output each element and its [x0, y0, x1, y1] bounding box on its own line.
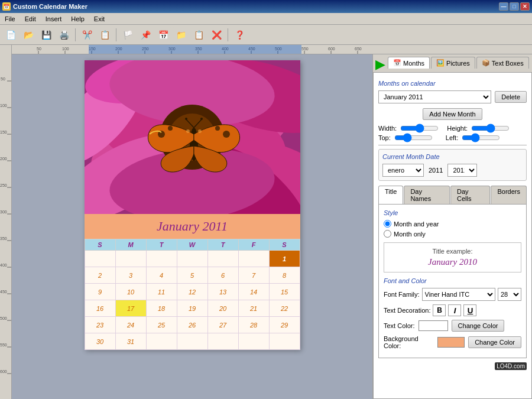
calendar-day: 3 [115, 267, 146, 284]
watermark: LO4D.com [378, 363, 527, 369]
calendar-day: 8 [269, 267, 300, 284]
maximize-button[interactable]: □ [510, 2, 519, 11]
right-panel: ▶ 📅 Months 🖼️ Pictures 📦 Text Boxes [372, 54, 532, 399]
cut-button[interactable]: ✂️ [79, 27, 95, 43]
height-label: Height: [447, 125, 468, 132]
current-month-date-section: Current Month Date enero 2011 2011 [378, 149, 527, 181]
width-row: Width: Height: [378, 125, 527, 132]
underline-button[interactable]: U [463, 304, 476, 316]
bold-button[interactable]: B [433, 304, 446, 316]
text-change-color-button[interactable]: Change Color [452, 320, 505, 332]
calendar-day: 27 [207, 317, 238, 333]
text-decoration-label: Text Decoration: [384, 307, 430, 314]
tab-months[interactable]: 📅 Months [388, 57, 430, 69]
paste-button[interactable]: 📋 [96, 27, 113, 43]
sub-tab-content: Style Month and year Month only Title ex… [378, 204, 527, 358]
calendar-day [238, 251, 269, 267]
title-bar-left: 📅 Custom Calendar Maker [2, 2, 87, 11]
title-bar-buttons[interactable]: — □ ✕ [499, 2, 530, 11]
menu-edit[interactable]: Edit [22, 13, 38, 24]
calendar-day: 18 [146, 300, 177, 317]
copy-button[interactable]: 📋 [190, 27, 207, 43]
calendar-day: 17 [115, 300, 146, 317]
sub-tabs: Title Day Names Day Cells Borders [378, 186, 527, 204]
text-color-swatch [419, 320, 448, 331]
height-slider[interactable] [471, 125, 510, 132]
calendar-day [177, 251, 207, 267]
sub-tab-title[interactable]: Title [378, 186, 403, 204]
pin-button[interactable]: 📌 [137, 27, 154, 43]
ruler-highlight [89, 45, 301, 54]
svg-text:50: 50 [37, 47, 41, 51]
calendar-day: 5 [177, 267, 207, 284]
svg-point-68 [185, 118, 187, 120]
title-example-label: Title example: [389, 248, 516, 255]
svg-text:450: 450 [0, 290, 7, 294]
svg-text:300: 300 [0, 210, 7, 214]
radio-month-only[interactable] [384, 230, 391, 238]
svg-point-72 [223, 131, 230, 138]
tab-pictures[interactable]: 🖼️ Pictures [431, 57, 475, 69]
add-month-row: Add New Month [378, 108, 527, 120]
calendar-day: 10 [115, 284, 146, 300]
bg-color-label: Background Color: [384, 335, 434, 349]
print-button[interactable]: 🖨️ [56, 27, 72, 43]
new-button[interactable]: 📄 [2, 27, 19, 43]
calendar-day [207, 251, 238, 267]
sub-tab-borders[interactable]: Borders [491, 186, 527, 204]
sub-tab-day-cells[interactable]: Day Cells [450, 186, 491, 204]
bg-change-color-button[interactable]: Change Color [468, 336, 521, 348]
calendar-title-row: January 2011 [85, 214, 300, 239]
months-tab-label: Months [403, 60, 424, 67]
delete-button[interactable]: ❌ [208, 27, 225, 43]
calendar-day: 24 [115, 317, 146, 333]
width-slider[interactable] [400, 125, 439, 132]
top-slider[interactable] [394, 134, 433, 141]
calendar-button[interactable]: 📅 [155, 27, 171, 43]
save-button[interactable]: 💾 [38, 27, 54, 43]
text-color-label: Text Color: [384, 322, 415, 329]
menu-exit[interactable]: Exit [92, 13, 107, 24]
top-label: Top: [378, 134, 391, 141]
year-select[interactable]: 2011 [447, 164, 477, 177]
close-button[interactable]: ✕ [520, 2, 530, 11]
current-month-date-label: Current Month Date [382, 153, 523, 160]
left-slider[interactable] [462, 134, 500, 141]
italic-button[interactable]: I [448, 304, 461, 316]
flag-button[interactable]: 🏳️ [119, 27, 136, 43]
help-button[interactable]: ❓ [231, 27, 248, 43]
tab-textboxes[interactable]: 📦 Text Boxes [476, 57, 529, 69]
menu-help[interactable]: Help [69, 13, 87, 24]
calendar-day: 28 [238, 317, 269, 333]
menu-file[interactable]: File [2, 13, 18, 24]
day-header-wed: W [177, 239, 207, 251]
panel-tabs: 📅 Months 🖼️ Pictures 📦 Text Boxes [388, 57, 532, 69]
arrow-button[interactable]: ▶ [375, 57, 385, 72]
svg-text:100: 100 [0, 103, 7, 108]
months-on-calendar-label: Months on calendar [378, 80, 527, 87]
font-family-select[interactable]: Viner Hand ITC [422, 288, 495, 301]
minimize-button[interactable]: — [499, 2, 508, 11]
menu-insert[interactable]: Insert [43, 13, 64, 24]
sub-tab-borders-label: Borders [497, 188, 520, 195]
folder2-button[interactable]: 📁 [173, 27, 189, 43]
radio-month-year[interactable] [384, 220, 391, 228]
calendar-day: 29 [269, 317, 300, 333]
menu-bar: File Edit Insert Help Exit [0, 13, 532, 25]
calendar-day: 15 [269, 284, 300, 300]
open-button[interactable]: 📂 [20, 27, 37, 43]
calendar-day: 21 [238, 300, 269, 317]
svg-text:550: 550 [0, 343, 7, 347]
month-select[interactable]: January 2011 [378, 90, 491, 103]
calendar-day [146, 333, 177, 350]
svg-text:500: 500 [0, 316, 7, 320]
sub-tab-day-names[interactable]: Day Names [404, 186, 450, 204]
add-new-month-button[interactable]: Add New Month [423, 108, 482, 120]
delete-button[interactable]: Delete [495, 91, 527, 103]
title-example-value: January 2010 [389, 257, 516, 267]
font-color-label: Font and Color [384, 277, 521, 284]
svg-text:550: 550 [301, 47, 309, 51]
canvas-scroll[interactable]: January 2011 S M T W T F S 1234 [12, 54, 372, 399]
font-size-select[interactable]: 28 [498, 288, 521, 301]
month-name-select[interactable]: enero [382, 164, 424, 177]
